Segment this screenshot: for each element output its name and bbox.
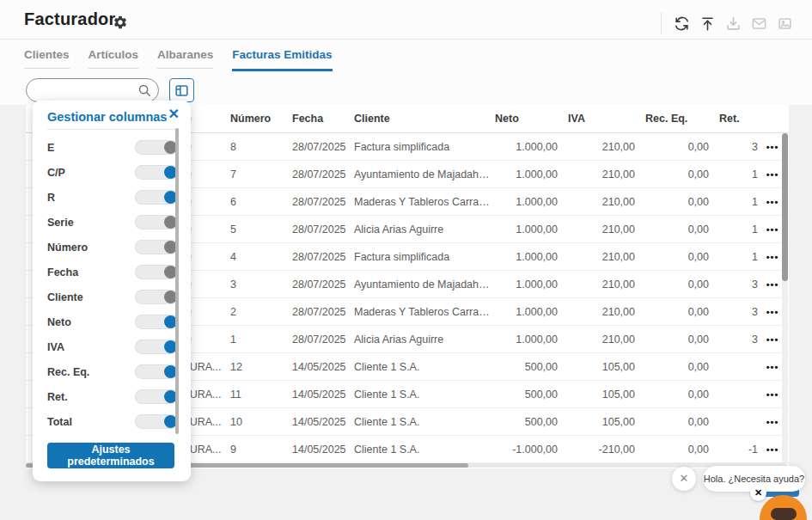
column-toggle-switch[interactable] <box>135 215 178 229</box>
sync-icon[interactable] <box>674 15 690 32</box>
column-toggle-row: R <box>47 185 178 210</box>
mail-icon <box>751 15 767 32</box>
default-settings-button[interactable]: Ajustes predeterminados <box>47 443 174 468</box>
cell-ret: 1 <box>714 168 763 180</box>
cell-fecha: 14/05/2025 <box>287 416 349 428</box>
row-actions-menu-icon[interactable]: ••• <box>763 197 782 207</box>
manage-columns-button[interactable] <box>169 78 194 102</box>
cell-numero: 5 <box>225 223 287 236</box>
cell-cliente: Factura simplificada <box>349 141 490 153</box>
tab-facturas-emitidas[interactable]: Facturas Emitidas <box>232 48 332 69</box>
row-actions-menu-icon[interactable]: ••• <box>763 417 782 427</box>
chat-dismiss-button[interactable]: ✕ <box>672 467 696 491</box>
cell-neto: 500,00 <box>490 388 563 401</box>
column-toggle-switch[interactable] <box>135 265 178 279</box>
row-actions-menu-icon[interactable]: ••• <box>763 169 782 180</box>
column-toggle-switch[interactable] <box>135 364 178 379</box>
column-toggle-switch[interactable] <box>135 414 178 429</box>
cell-cliente: Factura simplificada <box>349 251 490 263</box>
popup-title: Gestionar columnas <box>47 110 167 124</box>
row-actions-menu-icon[interactable]: ••• <box>763 224 782 235</box>
column-toggle-label: Rec. Eq. <box>47 366 89 378</box>
column-header-cliente[interactable]: Cliente <box>349 113 490 125</box>
cell-iva: 210,00 <box>563 306 640 318</box>
cell-iva: -210,00 <box>563 444 640 456</box>
tab-clientes[interactable]: Clientes <box>24 48 70 69</box>
column-toggle-row: Total <box>47 409 178 434</box>
cell-neto: 1.000,00 <box>490 196 563 208</box>
cell-cliente: Ayuntamiento de Majadahonda <box>349 278 490 291</box>
cell-iva: 210,00 <box>563 141 640 153</box>
search-input[interactable] <box>37 81 140 100</box>
cell-rec-eq: 0,00 <box>640 388 714 401</box>
upload-icon[interactable] <box>699 15 716 32</box>
column-header-ret[interactable]: Ret. <box>714 113 763 125</box>
cell-rec-eq: 0,00 <box>640 333 714 346</box>
popup-scrollbar-thumb[interactable] <box>175 128 179 434</box>
column-toggle-switch[interactable] <box>135 140 178 155</box>
column-toggle-switch[interactable] <box>135 340 178 354</box>
row-actions-menu-icon[interactable]: ••• <box>763 307 782 317</box>
column-header-neto[interactable]: Neto <box>490 113 563 125</box>
cell-fecha: 28/07/2025 <box>287 196 349 208</box>
title-bar: Facturador <box>0 0 812 40</box>
cell-cliente: Ayuntamiento de Majadahonda <box>349 168 490 180</box>
close-icon[interactable]: ✕ <box>168 107 180 121</box>
cell-ret: 1 <box>714 251 763 263</box>
tab-bar: Clientes Artículos Albaranes Facturas Em… <box>24 48 333 69</box>
chat-close-badge-icon[interactable]: ✕ <box>750 485 766 501</box>
cell-neto: 1.000,00 <box>490 251 563 263</box>
cell-fecha: 28/07/2025 <box>287 251 349 263</box>
row-actions-menu-icon[interactable]: ••• <box>763 252 782 262</box>
column-toggle-switch[interactable] <box>135 165 178 180</box>
row-actions-menu-icon[interactable]: ••• <box>763 279 782 290</box>
cell-neto: 500,00 <box>490 361 563 373</box>
cell-numero: 2 <box>225 306 287 318</box>
cell-numero: 6 <box>225 196 287 208</box>
row-actions-menu-icon[interactable]: ••• <box>763 362 782 372</box>
cell-ret: 3 <box>714 278 763 291</box>
vertical-scrollbar-thumb[interactable] <box>782 133 788 281</box>
cell-rec-eq: 0,00 <box>640 251 714 263</box>
column-toggle-switch[interactable] <box>135 290 178 304</box>
column-toggle-switch[interactable] <box>135 240 178 254</box>
cell-iva: 210,00 <box>563 278 640 291</box>
row-actions-menu-icon[interactable]: ••• <box>763 334 782 345</box>
row-actions-menu-icon[interactable]: ••• <box>763 389 782 400</box>
cell-ret: 1 <box>714 196 763 208</box>
row-actions-menu-icon[interactable]: ••• <box>763 142 782 152</box>
cell-fecha: 28/07/2025 <box>287 168 349 180</box>
image-export-icon <box>777 15 793 32</box>
column-header-iva[interactable]: IVA <box>563 113 640 125</box>
column-toggle-row: Fecha <box>47 260 178 284</box>
page-title: Facturador <box>24 9 115 29</box>
cell-fecha: 28/07/2025 <box>287 141 349 153</box>
column-toggle-row: Rec. Eq. <box>47 359 178 384</box>
column-header-numero[interactable]: Número <box>225 113 287 125</box>
column-toggle-label: C/P <box>47 167 65 179</box>
column-toggle-label: Cliente <box>47 291 83 303</box>
cell-neto: 1.000,00 <box>490 168 563 180</box>
cell-iva: 210,00 <box>563 223 640 236</box>
cell-numero: 7 <box>225 168 287 180</box>
cell-numero: 3 <box>225 278 287 291</box>
cell-fecha: 14/05/2025 <box>287 388 349 401</box>
tab-albaranes[interactable]: Albaranes <box>157 48 213 69</box>
cell-numero: 9 <box>225 444 287 456</box>
cell-numero: 12 <box>225 361 287 373</box>
column-toggle-switch[interactable] <box>135 389 178 404</box>
chat-launcher-button[interactable] <box>760 495 807 520</box>
column-toggle-switch[interactable] <box>135 190 178 205</box>
tab-articulos[interactable]: Artículos <box>89 48 139 69</box>
cell-numero: 11 <box>225 388 287 401</box>
column-toggle-switch[interactable] <box>135 315 178 329</box>
cell-numero: 10 <box>225 416 287 428</box>
column-toggle-list: E C/P R Serie Número Fecha Cliente <box>47 135 178 434</box>
row-actions-menu-icon[interactable]: ••• <box>763 444 782 455</box>
cell-iva: 210,00 <box>563 251 640 263</box>
column-header-rec-eq[interactable]: Rec. Eq. <box>640 113 714 125</box>
cell-iva: 210,00 <box>563 168 640 180</box>
cell-cliente: Alicia Arias Aguirre <box>349 333 490 346</box>
column-header-fecha[interactable]: Fecha <box>287 113 349 125</box>
gear-icon[interactable] <box>113 15 128 30</box>
